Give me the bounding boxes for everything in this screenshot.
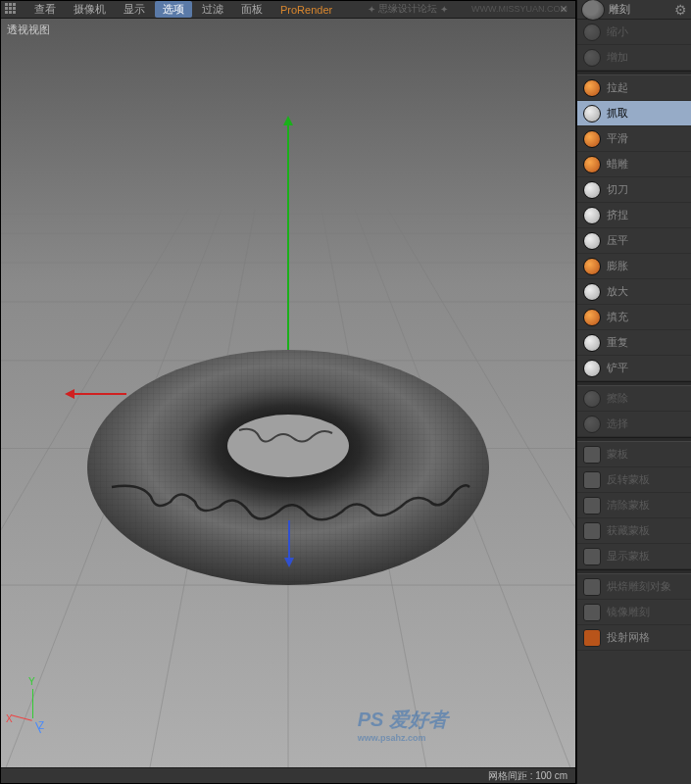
tool-镜像雕刻[interactable]: 镜像雕刻 xyxy=(577,600,691,625)
menu-prorender[interactable]: ProRender xyxy=(272,3,340,17)
tool-蒙板[interactable]: 蒙板 xyxy=(577,442,691,467)
tool-icon xyxy=(583,334,601,352)
watermark-url: WWW.MISSYUAN.COM xyxy=(471,4,568,14)
tool-icon xyxy=(583,105,601,122)
tool-选择[interactable]: 选择 xyxy=(577,412,691,437)
tool-label: 增加 xyxy=(607,50,628,65)
tool-挤捏[interactable]: 挤捏 xyxy=(577,203,691,228)
tool-label: 反转蒙板 xyxy=(607,472,650,487)
tool-icon xyxy=(583,390,601,408)
tool-清除蒙板[interactable]: 清除蒙板 xyxy=(577,493,691,518)
tool-icon xyxy=(583,283,601,301)
tool-label: 烘焙雕刻对象 xyxy=(607,579,671,594)
tool-label: 缩小 xyxy=(607,24,628,39)
tool-label: 压平 xyxy=(607,233,628,248)
tool-icon xyxy=(583,629,601,647)
tool-icon xyxy=(583,258,601,275)
menu-view[interactable]: 查看 xyxy=(26,1,64,18)
menu-panel[interactable]: 面板 xyxy=(233,1,271,18)
tool-icon xyxy=(583,156,601,173)
tool-icon xyxy=(583,522,601,540)
axis-z-arrow[interactable] xyxy=(288,520,290,564)
tool-label: 填充 xyxy=(607,310,628,324)
tool-label: 抓取 xyxy=(607,106,628,121)
tool-重复[interactable]: 重复 xyxy=(577,330,691,356)
tool-label: 放大 xyxy=(607,284,628,299)
tool-icon xyxy=(583,578,601,596)
watermark-top: ✦思缘设计论坛✦ xyxy=(368,2,448,16)
tool-label: 铲平 xyxy=(607,361,628,375)
tool-icon xyxy=(583,360,601,377)
tool-icon xyxy=(583,79,601,97)
tool-label: 蒙板 xyxy=(607,447,628,462)
tool-icon xyxy=(583,416,601,433)
tool-label: 切刀 xyxy=(607,182,628,197)
tool-label: 镜像雕刻 xyxy=(607,605,650,619)
menu-options[interactable]: 选项 xyxy=(155,1,192,18)
tool-icon xyxy=(583,309,601,326)
viewport-label: 透视视图 xyxy=(7,23,50,37)
tool-填充[interactable]: 填充 xyxy=(577,305,691,330)
viewport-3d[interactable]: Y X Z PS 爱好者 www.psahz.com xyxy=(1,19,575,767)
tool-label: 选择 xyxy=(607,416,628,431)
tool-icon xyxy=(583,130,601,148)
tool-label: 擦除 xyxy=(607,391,628,406)
tool-获藏蒙板[interactable]: 获藏蒙板 xyxy=(577,518,691,544)
tool-label: 拉起 xyxy=(607,80,628,95)
status-bar: 网格间距 : 100 cm xyxy=(1,767,575,783)
tool-label: 挤捏 xyxy=(607,208,628,222)
axis-gizmo[interactable]: Y X Z xyxy=(11,679,60,728)
sculpt-panel: 雕刻 ⚙ 缩小增加拉起抓取平滑蜡雕切刀挤捏压平膨胀放大填充重复铲平擦除选择蒙板反… xyxy=(576,0,691,784)
tool-蜡雕[interactable]: 蜡雕 xyxy=(577,152,691,177)
sculpt-header-icon xyxy=(581,0,605,21)
tool-label: 显示蒙板 xyxy=(607,549,650,564)
tool-icon xyxy=(583,232,601,250)
tool-label: 膨胀 xyxy=(607,259,628,273)
tool-label: 投射网格 xyxy=(607,630,650,645)
tool-膨胀[interactable]: 膨胀 xyxy=(577,254,691,279)
tool-icon xyxy=(583,548,601,565)
panel-header: 雕刻 ⚙ xyxy=(577,0,691,20)
tool-icon xyxy=(583,446,601,464)
menu-camera[interactable]: 摄像机 xyxy=(66,1,114,18)
tool-切刀[interactable]: 切刀 xyxy=(577,177,691,203)
tool-抓取[interactable]: 抓取 xyxy=(577,101,691,126)
gear-icon[interactable]: ⚙ xyxy=(674,2,687,18)
tool-icon xyxy=(583,497,601,514)
tool-label: 清除蒙板 xyxy=(607,498,650,513)
tool-label: 获藏蒙板 xyxy=(607,523,650,538)
tool-增加[interactable]: 增加 xyxy=(577,45,691,71)
menu-display[interactable]: 显示 xyxy=(116,1,153,18)
tool-平滑[interactable]: 平滑 xyxy=(577,126,691,152)
tool-icon xyxy=(583,24,601,41)
tool-压平[interactable]: 压平 xyxy=(577,228,691,254)
menu-filter[interactable]: 过滤 xyxy=(194,1,231,18)
tool-icon xyxy=(583,49,601,67)
tool-烘焙雕刻对象[interactable]: 烘焙雕刻对象 xyxy=(577,574,691,600)
tool-icon xyxy=(583,181,601,199)
panel-title: 雕刻 xyxy=(609,2,630,17)
tool-反转蒙板[interactable]: 反转蒙板 xyxy=(577,467,691,493)
tool-icon xyxy=(583,604,601,621)
watermark-bottom: PS 爱好者 www.psahz.com xyxy=(358,707,448,743)
tool-icon xyxy=(583,471,601,489)
tool-擦除[interactable]: 擦除 xyxy=(577,386,691,412)
tool-label: 平滑 xyxy=(607,131,628,146)
svg-point-17 xyxy=(227,415,349,477)
tool-铲平[interactable]: 铲平 xyxy=(577,356,691,381)
tool-icon xyxy=(583,207,601,224)
tool-放大[interactable]: 放大 xyxy=(577,279,691,305)
tool-投射网格[interactable]: 投射网格 xyxy=(577,625,691,651)
tool-缩小[interactable]: 缩小 xyxy=(577,20,691,45)
tool-拉起[interactable]: 拉起 xyxy=(577,75,691,101)
app-menu-icon[interactable] xyxy=(5,3,19,17)
tool-label: 蜡雕 xyxy=(607,157,628,172)
tool-显示蒙板[interactable]: 显示蒙板 xyxy=(577,544,691,569)
tool-label: 重复 xyxy=(607,335,628,350)
